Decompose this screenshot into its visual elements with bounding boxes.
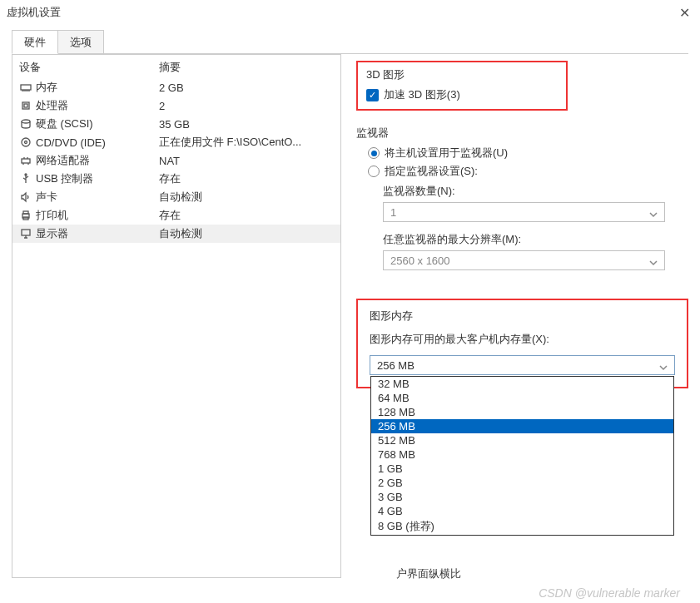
device-summary: NAT [159,155,334,167]
tabs: 硬件 选项 [0,30,700,54]
device-name: 显示器 [36,226,68,241]
device-summary: 2 [159,100,334,112]
monitor-count-select: 1 [383,202,665,222]
radio-specify[interactable] [368,166,380,177]
device-row-printer[interactable]: 打印机存在 [12,206,340,225]
svg-point-4 [22,138,30,146]
memory-icon [19,81,32,94]
monitor-maxres-label: 任意监视器的最大分辨率(M): [383,232,680,247]
gmem-option[interactable]: 4 GB [371,504,673,518]
display-icon [19,227,32,240]
group-monitor-title: 监视器 [356,126,680,141]
device-summary: 2 GB [159,82,334,94]
device-row-net[interactable]: 网络适配器NAT [12,151,340,170]
group-3d-title: 3D 图形 [366,67,558,82]
gmem-label: 图形内存可用的最大客户机内存量(X): [370,332,675,347]
device-name: 声卡 [36,190,57,205]
gmem-option[interactable]: 512 MB [371,433,673,447]
radio-use-host-label: 将主机设置用于监视器(U) [385,146,508,161]
chevron-down-icon [649,257,658,269]
net-icon [19,154,32,167]
monitor-count-label: 监视器数量(N): [383,184,680,199]
device-row-usb[interactable]: USB 控制器存在 [12,170,340,188]
usb-icon [19,172,32,185]
device-list-header: 设备 摘要 [12,55,340,78]
header-summary: 摘要 [159,60,334,75]
gmem-option[interactable]: 1 GB [371,462,673,476]
gmem-option[interactable]: 32 MB [371,377,673,391]
gmem-option[interactable]: 768 MB [371,447,673,462]
group-graphics-memory: 图形内存 图形内存可用的最大客户机内存量(X): 256 MB 32 MB64 … [356,299,688,388]
monitor-maxres-select: 2560 x 1600 [383,250,665,270]
gmem-option[interactable]: 128 MB [371,405,673,419]
device-row-disk[interactable]: 硬盘 (SCSI)35 GB [12,115,340,133]
svg-rect-2 [24,104,27,107]
svg-rect-0 [21,85,31,90]
group-monitor: 监视器 将主机设置用于监视器(U) 指定监视器设置(S): 监视器数量(N): … [356,122,688,277]
watermark: CSDN @vulnerable marker [539,586,680,600]
device-list-pane: 设备 摘要 内存2 GB处理器2硬盘 (SCSI)35 GBCD/DVD (ID… [12,54,341,578]
svg-point-5 [25,141,27,144]
svg-rect-6 [22,159,30,163]
gmem-dropdown[interactable]: 32 MB64 MB128 MB256 MB512 MB768 MB1 GB2 … [370,376,674,536]
chevron-down-icon [649,209,658,221]
device-row-memory[interactable]: 内存2 GB [12,78,340,96]
device-name: 硬盘 (SCSI) [36,116,93,131]
device-summary: 自动检测 [159,190,334,205]
device-name: 打印机 [36,208,68,223]
printer-icon [19,209,32,222]
gmem-option[interactable]: 2 GB [371,476,673,490]
device-summary: 35 GB [159,118,334,131]
cd-icon [19,136,32,149]
display-scale-fragment: 户界面纵横比 [396,566,461,581]
tab-hardware[interactable]: 硬件 [12,30,58,54]
device-row-cpu[interactable]: 处理器2 [12,96,340,115]
gmem-option[interactable]: 64 MB [371,391,673,405]
radio-use-host[interactable] [368,147,380,159]
device-name: 内存 [36,80,57,95]
gmem-select[interactable]: 256 MB 32 MB64 MB128 MB256 MB512 MB768 M… [370,355,675,375]
sound-icon [19,190,32,204]
svg-rect-1 [22,102,29,109]
device-summary: 自动检测 [159,226,334,241]
checkbox-accelerate-3d-label: 加速 3D 图形(3) [384,87,460,102]
settings-pane: 3D 图形 ✓ 加速 3D 图形(3) 监视器 将主机设置用于监视器(U) 指定… [356,54,688,578]
svg-rect-11 [22,230,30,235]
svg-rect-9 [23,211,28,214]
device-name: CD/DVD (IDE) [36,136,106,149]
device-row-cd[interactable]: CD/DVD (IDE)正在使用文件 F:\ISO\CentO... [12,133,340,151]
svg-point-3 [22,120,30,123]
group-3d-graphics: 3D 图形 ✓ 加速 3D 图形(3) [356,61,568,111]
device-name: 网络适配器 [36,153,90,168]
gmem-option[interactable]: 256 MB [371,419,673,433]
cpu-icon [19,99,32,112]
checkbox-accelerate-3d[interactable]: ✓ [366,89,379,101]
group-gmem-title: 图形内存 [370,309,675,324]
device-name: 处理器 [36,98,68,113]
device-summary: 正在使用文件 F:\ISO\CentO... [159,135,334,150]
device-summary: 存在 [159,171,334,186]
gmem-option[interactable]: 3 GB [371,490,673,504]
disk-icon [19,117,32,131]
device-summary: 存在 [159,208,334,223]
window-title: 虚拟机设置 [7,5,61,20]
device-row-display[interactable]: 显示器自动检测 [12,225,340,243]
close-icon[interactable]: ✕ [679,5,690,21]
tab-options[interactable]: 选项 [58,30,104,54]
header-device: 设备 [19,60,159,75]
device-row-sound[interactable]: 声卡自动检测 [12,188,340,206]
device-name: USB 控制器 [36,171,93,186]
radio-specify-label: 指定监视器设置(S): [385,164,478,179]
gmem-option[interactable]: 8 GB (推荐) [371,518,673,535]
chevron-down-icon [659,362,668,374]
titlebar: 虚拟机设置 ✕ [0,0,700,25]
